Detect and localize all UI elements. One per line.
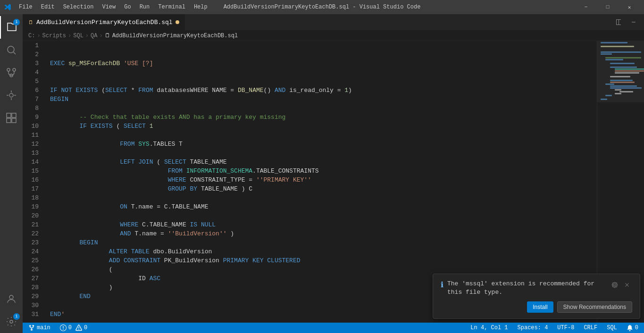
activity-scm[interactable]: [0, 61, 23, 84]
menu-edit[interactable]: Edit: [37, 3, 59, 11]
show-recommendations-button[interactable]: Show Recommendations: [557, 301, 632, 313]
line-num-5: 5: [26, 77, 42, 86]
code-line-2: [46, 50, 597, 59]
tab-bar: 🗒 AddBuildVersionPrimaryKeytoEachDB.sql …: [23, 14, 644, 31]
line-num-9: 9: [26, 113, 42, 122]
editor-container[interactable]: 1 2 3 4 5 6 7 8 9 10 11 12 13 14 15 16 1…: [23, 41, 644, 323]
svg-rect-7: [7, 118, 11, 123]
status-errors[interactable]: 0 0: [58, 323, 89, 333]
svg-rect-6: [12, 113, 16, 117]
line-num-14: 14: [26, 158, 42, 166]
vscode-icon: [4, 3, 11, 11]
menu-file[interactable]: File: [15, 3, 36, 11]
editor-area: 🗒 AddBuildVersionPrimaryKeytoEachDB.sql …: [23, 14, 644, 333]
status-bar-left: main 0 0: [26, 323, 89, 333]
menu-help[interactable]: Help: [190, 3, 211, 11]
breadcrumb: C: › Scripts › SQL › QA › 🗒 AddBuildVers…: [23, 31, 644, 41]
activity-bottom: 1: [0, 288, 23, 333]
svg-rect-8: [12, 118, 16, 123]
code-line-4: [46, 68, 597, 77]
activity-debug[interactable]: [0, 84, 23, 107]
line-num-21: 21: [26, 220, 42, 229]
menu-run[interactable]: Run: [136, 3, 154, 11]
line-numbers: 1 2 3 4 5 6 7 8 9 10 11 12 13 14 15 16 1…: [23, 41, 46, 323]
line-num-19: 19: [26, 202, 42, 211]
error-icon: [60, 325, 67, 331]
code-line-7: BEGIN: [46, 95, 597, 104]
line-num-4: 4: [26, 68, 42, 77]
line-num-24: 24: [26, 247, 42, 256]
menu-selection[interactable]: Selection: [59, 3, 98, 11]
activity-settings[interactable]: 1: [0, 310, 23, 333]
menu-terminal[interactable]: Terminal: [154, 3, 189, 11]
status-branch[interactable]: main: [26, 323, 52, 333]
status-bar-right: Ln 4, Col 1 Spaces: 4 UTF-8 CRLF SQL: [468, 323, 640, 333]
explorer-badge: 1: [13, 19, 20, 25]
code-line-14: LEFT JOIN ( SELECT TABLE_NAME: [46, 158, 597, 166]
menu-bar: File Edit Selection View Go Run Terminal…: [15, 3, 211, 11]
menu-go[interactable]: Go: [120, 3, 134, 11]
minimize-button[interactable]: −: [575, 0, 597, 14]
line-num-23: 23: [26, 238, 42, 247]
code-line-20: [46, 211, 597, 220]
line-ending-text: CRLF: [584, 325, 597, 331]
branch-icon: [28, 325, 35, 331]
activity-extensions[interactable]: [0, 107, 23, 129]
breadcrumb-c[interactable]: C:: [28, 33, 35, 39]
line-col-text: Ln 4, Col 1: [470, 325, 508, 331]
activity-search[interactable]: [0, 39, 23, 61]
notification-message: The 'mssql' extension is recommended for…: [447, 280, 606, 297]
status-line-col[interactable]: Ln 4, Col 1: [468, 323, 510, 333]
line-num-16: 16: [26, 175, 42, 184]
status-language[interactable]: SQL: [605, 323, 619, 333]
line-num-17: 17: [26, 184, 42, 193]
status-line-ending[interactable]: CRLF: [582, 323, 599, 333]
code-line-23: BEGIN: [46, 238, 597, 247]
svg-point-10: [10, 320, 13, 323]
active-tab[interactable]: 🗒 AddBuildVersionPrimaryKeytoEachDB.sql: [23, 14, 185, 31]
breadcrumb-filename: AddBuildVersionPrimaryKeytoEachDB.sql: [112, 33, 238, 39]
menu-view[interactable]: View: [98, 3, 119, 11]
split-editor-button[interactable]: [612, 16, 625, 29]
notification-close-button[interactable]: [622, 280, 632, 290]
line-num-26: 26: [26, 265, 42, 274]
line-num-12: 12: [26, 140, 42, 149]
breadcrumb-qa[interactable]: QA: [91, 33, 97, 39]
encoding-text: UTF-8: [557, 325, 574, 331]
code-line-25: ADD CONSTRAINT PK_BuildVersion PRIMARY K…: [46, 256, 597, 265]
status-bar: main 0 0 Ln 4, Col 1 S: [23, 323, 644, 333]
more-actions-button[interactable]: ⋯: [627, 16, 640, 29]
language-text: SQL: [607, 325, 617, 331]
title-bar-left: File Edit Selection View Go Run Terminal…: [4, 3, 211, 11]
spaces-text: Spaces: 4: [518, 325, 548, 331]
maximize-button[interactable]: □: [597, 0, 619, 14]
activity-explorer[interactable]: 1: [0, 16, 23, 39]
notification-settings-button[interactable]: [610, 280, 620, 290]
activity-account[interactable]: [0, 288, 23, 310]
code-line-1: [46, 41, 597, 50]
install-button[interactable]: Install: [527, 301, 553, 313]
title-text: AddBuildVersionPrimaryKeytoEachDB.sql - …: [224, 4, 421, 10]
status-spaces[interactable]: Spaces: 4: [516, 323, 550, 333]
notification-buttons: Install Show Recommendations: [527, 301, 632, 313]
code-line-11: [46, 131, 597, 140]
line-num-31: 31: [26, 310, 42, 319]
breadcrumb-sql[interactable]: SQL: [73, 33, 84, 39]
status-encoding[interactable]: UTF-8: [555, 323, 576, 333]
line-num-18: 18: [26, 193, 42, 202]
line-num-2: 2: [26, 50, 42, 59]
breadcrumb-scripts[interactable]: Scripts: [42, 33, 66, 39]
line-num-29: 29: [26, 292, 42, 301]
tab-file-icon: 🗒: [28, 19, 33, 25]
line-num-3: 3: [26, 59, 42, 68]
title-bar: File Edit Selection View Go Run Terminal…: [0, 0, 644, 14]
breadcrumb-file[interactable]: 🗒 AddBuildVersionPrimaryKeytoEachDB.sql: [105, 32, 238, 39]
branch-name: main: [37, 325, 50, 331]
notification-bell-icon: [627, 325, 633, 331]
status-notifications[interactable]: 0: [625, 323, 640, 333]
close-button[interactable]: ✕: [619, 0, 640, 14]
code-line-8: [46, 104, 597, 113]
notification-controls: [610, 280, 632, 290]
line-num-8: 8: [26, 104, 42, 113]
line-num-30: 30: [26, 301, 42, 310]
